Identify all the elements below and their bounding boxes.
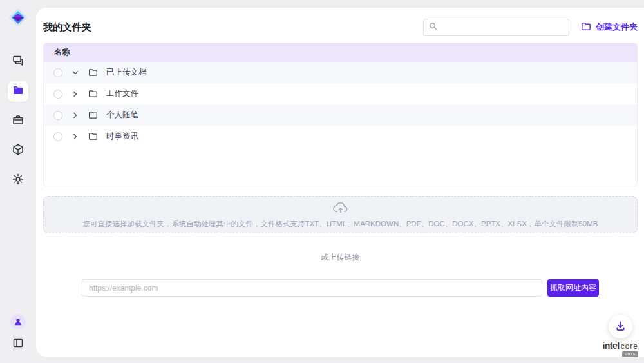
- core-wordmark: core: [621, 342, 638, 351]
- search-icon: [429, 21, 437, 33]
- folder-name: 个人随笔: [106, 110, 138, 121]
- app-logo-gem-icon: [7, 6, 29, 28]
- intel-core-ultra-logo: intel core ultra: [602, 340, 638, 357]
- chevron-right-icon[interactable]: [71, 112, 80, 119]
- table-row[interactable]: 个人随笔: [44, 104, 637, 126]
- ultra-badge: ultra: [622, 351, 638, 357]
- sidebar-item-toolbox[interactable]: [8, 111, 28, 132]
- folder-name: 已上传文档: [106, 67, 147, 78]
- panel-layout-icon: [12, 337, 24, 351]
- folder-icon: [12, 84, 24, 99]
- sidebar-item-folders[interactable]: [8, 81, 28, 102]
- folder-outline-icon: [88, 110, 98, 120]
- gear-icon: [12, 173, 24, 188]
- table-row[interactable]: 时事资讯: [44, 126, 637, 147]
- row-checkbox[interactable]: [53, 111, 62, 120]
- main-header: 我的文件夹 创建文件夹: [43, 8, 638, 43]
- row-checkbox[interactable]: [53, 68, 62, 77]
- search-box: [423, 19, 569, 36]
- sidebar-item-settings[interactable]: [8, 170, 28, 191]
- upload-dropzone[interactable]: 您可直接选择加载文件夹，系统自动处理其中的文件，文件格式支持TXT、HTML、M…: [43, 196, 638, 233]
- collapse-sidebar-button[interactable]: [10, 336, 26, 353]
- user-avatar[interactable]: [10, 314, 26, 329]
- folder-outline-icon: [88, 68, 98, 77]
- upload-hint-text: 您可直接选择加载文件夹，系统自动处理其中的文件，文件格式支持TXT、HTML、M…: [83, 219, 598, 229]
- table-row[interactable]: 工作文件: [44, 83, 637, 104]
- briefcase-icon: [12, 113, 24, 129]
- create-folder-button[interactable]: 创建文件夹: [581, 21, 638, 34]
- folder-name: 工作文件: [106, 88, 138, 99]
- link-upload-row: 抓取网址内容: [43, 279, 638, 297]
- row-checkbox[interactable]: [53, 132, 62, 141]
- folder-outline-icon: [88, 89, 98, 99]
- main-panel: 我的文件夹 创建文件夹 名称: [36, 8, 644, 357]
- folder-table: 名称 已上传文档 工作文件: [43, 43, 638, 186]
- folder-plus-icon: [581, 21, 591, 34]
- download-icon: [614, 320, 627, 334]
- fetch-url-button[interactable]: 抓取网址内容: [547, 279, 599, 297]
- folder-outline-icon: [88, 132, 98, 141]
- intel-wordmark: intel: [602, 340, 619, 351]
- folder-name: 时事资讯: [106, 131, 138, 142]
- page-title: 我的文件夹: [43, 21, 91, 34]
- cloud-upload-icon: [332, 201, 349, 217]
- cube-icon: [12, 143, 24, 159]
- sidebar-item-chat[interactable]: [8, 52, 28, 72]
- chevron-down-icon[interactable]: [71, 69, 80, 77]
- chevron-right-icon[interactable]: [71, 133, 80, 141]
- url-input[interactable]: [82, 279, 542, 297]
- row-checkbox[interactable]: [53, 90, 62, 99]
- chat-icon: [12, 54, 24, 70]
- search-input[interactable]: [441, 23, 564, 32]
- link-upload-label: 或上传链接: [43, 252, 638, 263]
- app-window: 我的文件夹 创建文件夹 名称: [0, 0, 644, 363]
- table-row[interactable]: 已上传文档: [44, 62, 637, 83]
- sidebar-nav: [8, 52, 28, 191]
- sidebar-item-models[interactable]: [8, 141, 28, 161]
- sidebar-bottom: [10, 314, 26, 353]
- create-folder-label: 创建文件夹: [596, 21, 638, 33]
- chevron-right-icon[interactable]: [71, 90, 80, 98]
- download-fab-button[interactable]: [609, 315, 632, 338]
- sidebar: [0, 0, 36, 363]
- table-header-name: 名称: [44, 43, 637, 62]
